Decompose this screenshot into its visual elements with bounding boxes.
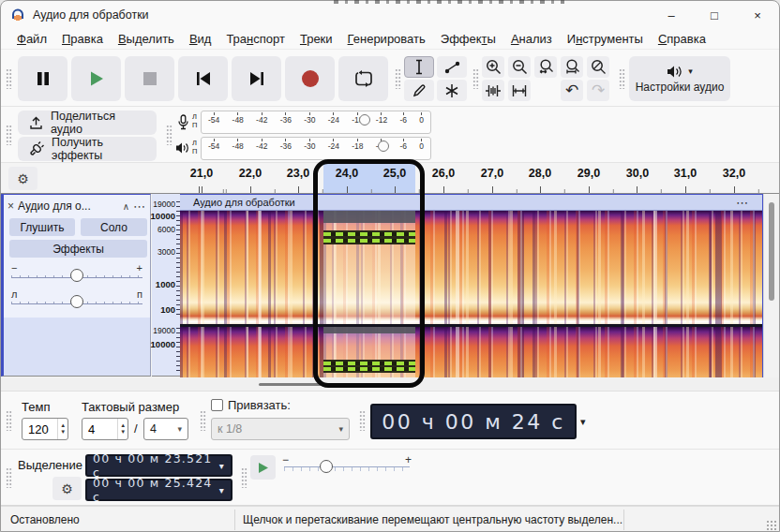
toolbar-grip[interactable] (6, 68, 12, 89)
track-name[interactable]: Аудио для о... (18, 200, 119, 213)
track-collapse-icon[interactable]: ∧ (123, 201, 129, 212)
toolbar-grip[interactable] (166, 125, 172, 145)
audio-clip[interactable]: Аудио для обработки ⋯ (180, 194, 763, 377)
close-button[interactable]: × (736, 1, 779, 29)
playhead-time-display[interactable]: 00 ч 00 м 24 с (370, 404, 577, 439)
resize-grip[interactable] (767, 521, 777, 531)
clip-header[interactable]: Аудио для обработки ⋯ (180, 195, 762, 211)
toolbar-grip[interactable] (241, 467, 248, 488)
zoom-out-button[interactable] (508, 56, 531, 78)
toolbar-grip[interactable] (6, 410, 12, 431)
menu-select[interactable]: Выделить (111, 30, 182, 48)
selection-start-field[interactable]: 00 ч 00 м 23.521 с ▾ (85, 454, 232, 477)
selection-options-button[interactable]: ⚙ (52, 477, 82, 500)
undo-button[interactable]: ↶ (561, 80, 583, 101)
track-close-icon[interactable]: × (8, 200, 14, 213)
toolbar-grip[interactable] (200, 410, 206, 431)
spectral-selection-edge[interactable] (323, 367, 415, 371)
menu-tools[interactable]: Инструменты (560, 30, 651, 48)
snap-select[interactable]: к 1/8 ▾ (211, 418, 350, 440)
timeline-ruler[interactable]: ⚙ 21,0 22,0 23,0 24,0 25,0 26,0 27,0 28,… (1, 163, 779, 194)
toolbar-grip[interactable] (395, 68, 401, 89)
toolbar-grip[interactable] (359, 410, 366, 431)
stop-button[interactable] (125, 56, 174, 101)
play-meter-right-label: П (192, 147, 197, 155)
menu-transport[interactable]: Транспорт (218, 30, 292, 48)
selection-end-field[interactable]: 00 ч 00 м 25.424 с ▾ (85, 479, 232, 501)
horizontal-scrollbar[interactable] (1, 377, 779, 392)
audio-setup-button[interactable]: ▾ Настройки аудио (629, 56, 730, 101)
pan-slider[interactable]: л п (9, 288, 144, 311)
mute-button[interactable]: Глушить (9, 218, 75, 236)
selection-tool-button[interactable] (404, 56, 434, 78)
toolbar-grip[interactable] (6, 467, 12, 488)
gain-slider[interactable]: − + (9, 262, 144, 285)
snap-checkbox-row[interactable]: Привязать: (211, 398, 291, 412)
toolbar-grip[interactable] (619, 68, 625, 89)
record-button[interactable] (285, 56, 335, 101)
spectral-selection-edge[interactable] (323, 239, 415, 243)
timeline-options-button[interactable]: ⚙ (8, 167, 38, 190)
menu-view[interactable]: Вид (182, 30, 219, 48)
zoom-in-button[interactable] (482, 56, 504, 78)
spectral-selection-edge[interactable] (323, 362, 415, 365)
gain-knob[interactable] (70, 269, 83, 282)
multi-tool-button[interactable] (437, 80, 467, 101)
play-button[interactable] (71, 56, 121, 101)
zoom-selection-button[interactable] (534, 56, 557, 78)
loop-button[interactable] (338, 56, 388, 101)
horizontal-scrollbar-thumb[interactable] (259, 383, 362, 386)
menu-edit[interactable]: Правка (54, 30, 111, 48)
toolbar-grip[interactable] (6, 125, 12, 145)
spectrogram-channel-2[interactable] (180, 327, 762, 377)
play-at-speed-button[interactable] (250, 455, 276, 480)
trim-audio-button[interactable] (482, 80, 504, 101)
zoom-fit-button[interactable] (561, 56, 583, 78)
pan-knob[interactable] (70, 295, 83, 308)
clip-menu-icon[interactable]: ⋯ (736, 196, 749, 210)
menu-tracks[interactable]: Треки (292, 30, 340, 48)
toolbar-grip[interactable] (472, 68, 479, 89)
vertical-scrollbar-thumb[interactable] (769, 202, 774, 301)
spin-up-icon[interactable]: ▲ (60, 422, 66, 429)
skip-to-start-button[interactable] (178, 56, 228, 101)
draw-tool-button[interactable] (404, 80, 434, 101)
spin-down-icon[interactable]: ▼ (60, 429, 66, 436)
tempo-spinner[interactable]: ▲ ▼ (22, 418, 68, 440)
vertical-scrollbar[interactable] (763, 194, 779, 377)
menu-file[interactable]: Файл (9, 30, 54, 48)
silence-audio-button[interactable] (508, 80, 531, 101)
redo-button[interactable]: ↷ (587, 80, 609, 101)
menu-effects[interactable]: Эффекты (433, 30, 503, 48)
track-menu-icon[interactable]: ⋯ (133, 200, 146, 214)
share-audio-button[interactable]: Поделиться аудио (18, 111, 157, 135)
zoom-toggle-button[interactable] (587, 56, 609, 78)
playback-volume-knob[interactable] (378, 140, 389, 152)
spectrogram-channel-1[interactable] (180, 211, 762, 324)
record-meter[interactable]: -54 -48 -42 -36 -30 -24 -18 -12 -6 0 (201, 111, 431, 134)
tempo-input[interactable] (22, 419, 57, 439)
spectral-selection-edge[interactable] (323, 232, 415, 236)
solo-button[interactable]: Соло (81, 218, 147, 236)
speed-knob[interactable] (320, 460, 333, 473)
envelope-tool-button[interactable] (437, 56, 467, 78)
menu-help[interactable]: Справка (651, 30, 713, 48)
menu-analyze[interactable]: Анализ (503, 30, 560, 48)
playback-speed-slider[interactable]: − + (280, 454, 413, 480)
snap-checkbox[interactable] (211, 399, 223, 411)
pause-button[interactable] (18, 56, 68, 101)
time-format-dropdown-icon[interactable]: ▾ (580, 416, 586, 428)
ibeam-icon (412, 59, 426, 75)
beats-input[interactable] (82, 419, 117, 439)
beats-spinner[interactable]: ▲ ▼ (82, 418, 128, 440)
maximize-button[interactable]: □ (693, 1, 736, 29)
playback-meter[interactable]: -54 -48 -42 -36 -30 -24 -18 -12 -6 0 (201, 137, 431, 160)
beat-unit-select[interactable]: 4 ▾ (143, 418, 188, 440)
effects-button[interactable]: Эффекты (9, 240, 147, 258)
get-effects-button[interactable]: Получить эффекты (18, 137, 157, 161)
skip-to-end-button[interactable] (232, 56, 281, 101)
spin-down-icon[interactable]: ▼ (120, 429, 126, 436)
menu-generate[interactable]: Генерировать (340, 30, 433, 48)
minimize-button[interactable]: – (650, 1, 693, 29)
spin-up-icon[interactable]: ▲ (120, 422, 126, 429)
